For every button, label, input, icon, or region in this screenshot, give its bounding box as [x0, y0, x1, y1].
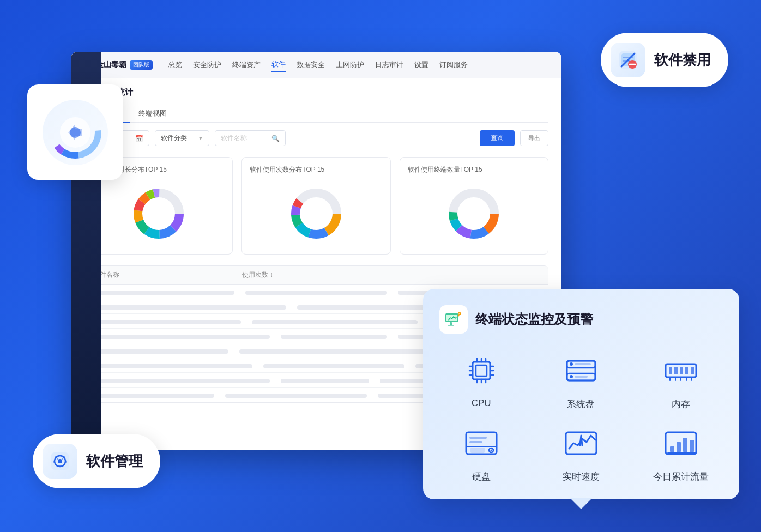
- harddisk-icon: [460, 421, 503, 465]
- cpu-icon: [460, 349, 503, 392]
- software-manage-card: 软件管理: [33, 434, 160, 488]
- search-icon: 🔍: [271, 135, 280, 142]
- chart-card-2: 软件使用次数分布TOP 15: [241, 157, 390, 255]
- chart-title-2: 软件使用次数分布TOP 15: [250, 165, 382, 174]
- svg-rect-74: [680, 367, 683, 374]
- svg-rect-76: [691, 367, 694, 374]
- calendar-icon: 📅: [135, 135, 143, 142]
- svg-rect-73: [674, 367, 678, 374]
- svg-point-69: [570, 375, 573, 378]
- nav-settings[interactable]: 设置: [414, 58, 428, 72]
- chevron-down-icon: ▼: [198, 135, 203, 141]
- monitor-item-speed: 实时速度: [539, 421, 623, 483]
- svg-rect-88: [469, 441, 482, 443]
- svg-rect-68: [575, 363, 591, 365]
- circle-decoration-icon: [40, 97, 111, 168]
- category-filter[interactable]: 软件分类 ▼: [155, 130, 209, 146]
- svg-point-43: [58, 459, 62, 463]
- nav-audit[interactable]: 日志审计: [375, 58, 403, 72]
- donut-wrapper-1: [92, 181, 225, 246]
- svg-rect-75: [685, 367, 688, 374]
- monitor-icon-box: [439, 305, 468, 334]
- donut-wrapper-3: [408, 181, 540, 246]
- col-count: 使用次数 ↕: [242, 270, 391, 280]
- monitor-item-traffic: 今日累计流量: [639, 421, 723, 483]
- monitor-item-harddisk: 硬盘: [439, 421, 523, 483]
- svg-rect-44: [57, 466, 63, 467]
- speed-label: 实时速度: [563, 470, 600, 483]
- monitor-header: 终端状态监控及预警: [439, 305, 723, 334]
- donut-chart-2: [289, 186, 343, 241]
- svg-point-20: [304, 202, 328, 226]
- svg-point-27: [462, 202, 486, 226]
- sysdisk-label: 系统盘: [567, 398, 595, 410]
- software-ban-title: 软件禁用: [654, 51, 711, 70]
- harddisk-label: 硬盘: [472, 470, 491, 483]
- charts-row: 软件使用时长分布TOP 15: [84, 157, 548, 255]
- col-name: 软件名称: [93, 270, 242, 280]
- svg-rect-38: [623, 60, 630, 62]
- software-manage-title: 软件管理: [86, 452, 143, 471]
- svg-point-33: [70, 127, 81, 138]
- svg-rect-48: [448, 325, 454, 326]
- svg-rect-51: [476, 365, 487, 376]
- svg-rect-92: [670, 446, 674, 452]
- svg-rect-89: [470, 448, 485, 453]
- table-header: 软件名称 使用次数 ↕: [84, 266, 548, 285]
- traffic-icon: [659, 421, 703, 465]
- nav-internet[interactable]: 上网防护: [336, 58, 364, 72]
- software-manage-icon-box: [43, 444, 77, 479]
- monitor-header-icon: [444, 310, 463, 329]
- nav-data-security[interactable]: 数据安全: [297, 58, 325, 72]
- memory-icon: [659, 349, 703, 392]
- monitor-title: 终端状态监控及预警: [475, 311, 593, 328]
- svg-rect-72: [669, 367, 672, 374]
- chart-title-3: 软件使用终端数量TOP 15: [408, 165, 540, 174]
- nav-software[interactable]: 软件: [271, 57, 286, 72]
- chart-card-3: 软件使用终端数量TOP 15: [400, 157, 548, 255]
- nav-overview[interactable]: 总览: [168, 58, 182, 72]
- donut-chart-3: [446, 186, 501, 241]
- svg-rect-93: [677, 442, 681, 452]
- software-ban-card: 软件禁用: [601, 33, 728, 87]
- nav-security[interactable]: 安全防护: [193, 58, 221, 72]
- software-ban-icon-box: [611, 43, 645, 77]
- nav-items: 总览 安全防护 终端资产 软件 数据安全 上网防护 日志审计 设置 订阅服务: [168, 57, 468, 72]
- monitor-grid: CPU 系统盘: [439, 349, 723, 483]
- monitor-item-sysdisk: 系统盘: [539, 349, 623, 410]
- tabs-row: 软件视图 终端视图: [84, 105, 548, 123]
- name-filter[interactable]: 软件名称 🔍: [215, 130, 286, 146]
- software-manage-icon: [49, 450, 71, 472]
- donut-chart-1: [131, 186, 186, 241]
- sysdisk-icon: [559, 349, 603, 392]
- ban-icon: [617, 49, 639, 71]
- svg-point-86: [490, 450, 492, 451]
- speed-icon: [559, 421, 603, 465]
- svg-rect-94: [683, 438, 687, 452]
- donut-wrapper-2: [250, 181, 382, 246]
- memory-label: 内存: [672, 398, 690, 410]
- category-label: 软件分类: [161, 134, 187, 143]
- export-button[interactable]: 导出: [520, 130, 548, 146]
- monitor-card: 终端状态监控及预警: [423, 289, 739, 499]
- traffic-label: 今日累计流量: [653, 470, 709, 483]
- name-placeholder: 软件名称: [221, 134, 247, 143]
- svg-point-12: [147, 202, 171, 226]
- cpu-label: CPU: [472, 398, 491, 409]
- monitor-item-memory: 内存: [639, 349, 723, 410]
- svg-rect-37: [623, 57, 633, 58]
- tab-terminal-view[interactable]: 终端视图: [130, 105, 176, 122]
- col-extra: [390, 270, 539, 280]
- page-title: 软件使用统计: [84, 87, 548, 98]
- monitor-item-cpu: CPU: [439, 349, 523, 410]
- nav-subscription[interactable]: 订阅服务: [439, 58, 468, 72]
- nav-assets[interactable]: 终端资产: [232, 58, 261, 72]
- filter-row: 至 📅 软件分类 ▼ 软件名称 🔍 查询 导出: [84, 130, 548, 146]
- svg-rect-95: [690, 440, 694, 452]
- svg-rect-70: [575, 376, 588, 378]
- svg-point-49: [458, 315, 460, 317]
- search-button[interactable]: 查询: [480, 130, 515, 146]
- circle-icon-card: [27, 84, 123, 180]
- team-badge: 团队版: [130, 60, 153, 70]
- titlebar: 金山毒霸 团队版 总览 安全防护 终端资产 软件 数据安全 上网防护 日志审计 …: [71, 52, 561, 78]
